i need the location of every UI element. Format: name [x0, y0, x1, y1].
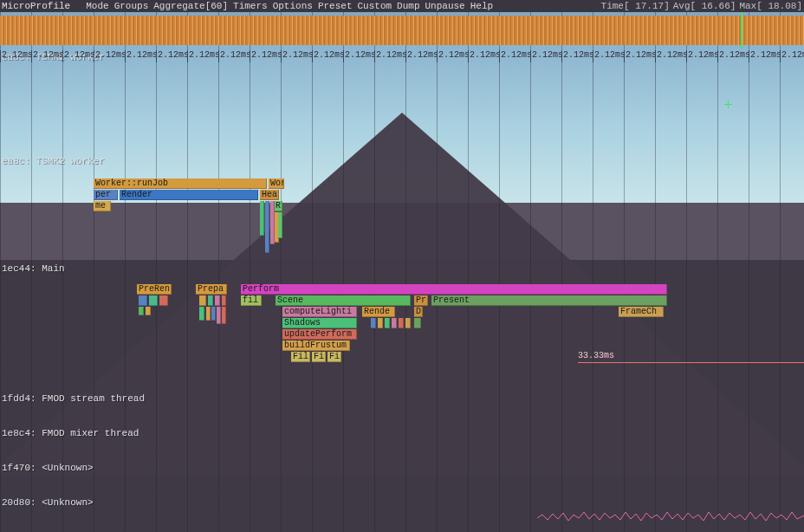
- timer-bar[interactable]: [414, 318, 421, 328]
- time-ruler: 2.12ms2.12ms2.12ms2.12ms2.12ms2.12ms2.12…: [0, 50, 804, 62]
- timer-bar[interactable]: [222, 295, 226, 306]
- menu-item-groups[interactable]: Groups: [114, 1, 149, 11]
- thread-label: ea8c: TSMK2 worker: [2, 156, 105, 166]
- ruler-tick: 2.12ms: [593, 50, 624, 62]
- ruler-tick: 2.12ms: [624, 50, 655, 62]
- timer-bar[interactable]: [278, 212, 282, 238]
- ms-marker-label: 33.33ms: [578, 351, 614, 360]
- ruler-tick: 2.12ms: [94, 50, 125, 62]
- ruler-tick: 2.12ms: [374, 50, 405, 62]
- thread-label: 1ec44: Main: [2, 263, 65, 274]
- ms-marker-line: [578, 362, 804, 363]
- ruler-tick: 2.12ms: [686, 50, 717, 62]
- ruler-tick: 2.12ms: [31, 50, 62, 62]
- ruler-tick: 2.12ms: [717, 50, 749, 62]
- timer-bar[interactable]: [139, 307, 144, 315]
- timer-bar-d[interactable]: D: [414, 307, 423, 317]
- timer-bar-me[interactable]: me: [94, 201, 111, 211]
- timer-bar-scene[interactable]: Scene: [276, 295, 411, 306]
- timer-bar[interactable]: [199, 295, 206, 306]
- timer-bar-fi[interactable]: Fi: [327, 352, 341, 362]
- timer-bar[interactable]: [222, 307, 226, 324]
- timer-bar-r[interactable]: R: [274, 201, 282, 211]
- ruler-tick: 2.12ms: [343, 50, 374, 62]
- timer-bar-framech[interactable]: FrameCh: [619, 307, 664, 317]
- ruler-tick: 2.12ms: [62, 50, 94, 62]
- timer-bar[interactable]: [399, 318, 404, 328]
- app-title: MicroProfile: [2, 1, 70, 11]
- timer-bar[interactable]: [208, 295, 213, 306]
- timer-bar-worker-runjob[interactable]: Worker::runJob: [94, 178, 267, 189]
- timer-bar[interactable]: [215, 295, 220, 306]
- menu-item-aggregate-60-[interactable]: Aggregate[60]: [153, 1, 228, 11]
- timer-bar-computelighti[interactable]: computeLighti: [282, 307, 357, 317]
- thread-label: 1e8c4: FMOD mixer thread: [2, 428, 139, 438]
- timer-bar-pr[interactable]: Pr: [414, 295, 428, 306]
- timer-bar[interactable]: [378, 318, 383, 328]
- stat-time: Time[ 17.17]: [601, 1, 670, 11]
- timer-bar-updateperform[interactable]: updatePerform: [282, 329, 357, 340]
- timer-bar[interactable]: [146, 307, 151, 315]
- thread-label: 20d80: <Unknown>: [2, 497, 94, 508]
- ruler-tick: 2.12ms: [780, 50, 804, 62]
- timer-bar[interactable]: [371, 318, 376, 328]
- timer-bar[interactable]: [211, 307, 216, 321]
- menu-item-custom[interactable]: Custom: [358, 1, 392, 11]
- stat-max: Max[ 18.08]: [739, 1, 802, 11]
- timer-bar[interactable]: [385, 318, 390, 328]
- timer-bar-render[interactable]: Render: [120, 190, 258, 200]
- menu-item-mode[interactable]: Mode: [86, 1, 108, 11]
- timeline-area[interactable]: ea8c: TSMK2 workerea8c: TSMK2 worker1ec4…: [0, 52, 804, 532]
- stat-avg: Avg[ 16.66]: [673, 1, 736, 11]
- menu-item-help[interactable]: Help: [470, 1, 493, 11]
- ruler-tick: 2.12ms: [0, 50, 31, 62]
- ruler-tick: 2.12ms: [437, 50, 468, 62]
- timer-bar[interactable]: [260, 201, 264, 236]
- menu-bar: MicroProfile ModeGroupsAggregate[60]Time…: [0, 0, 804, 12]
- timer-bar[interactable]: [405, 318, 411, 328]
- timer-bar[interactable]: [159, 295, 168, 306]
- menu-item-preset[interactable]: Preset: [318, 1, 353, 11]
- menu-item-timers[interactable]: Timers: [233, 1, 268, 11]
- timer-bar-fil[interactable]: Fil: [291, 352, 310, 362]
- timer-bar-wor[interactable]: Wor: [269, 178, 284, 189]
- timer-bar-fi[interactable]: Fi: [312, 352, 326, 362]
- ruler-tick: 2.12ms: [530, 50, 561, 62]
- timer-bar[interactable]: [206, 307, 211, 321]
- ruler-tick: 2.12ms: [405, 50, 437, 62]
- timer-bar-preren[interactable]: PreRen: [137, 284, 172, 295]
- crosshair-icon: [724, 101, 732, 108]
- timer-bar-buildfrustum[interactable]: buildFrustum: [282, 341, 350, 351]
- timer-bar[interactable]: [265, 201, 269, 253]
- timer-bar[interactable]: [217, 307, 221, 324]
- timer-bar-rende[interactable]: Rende: [362, 307, 395, 317]
- ruler-tick: 2.12ms: [281, 50, 312, 62]
- timer-bar-present[interactable]: Present: [431, 295, 667, 306]
- ruler-tick: 2.12ms: [187, 50, 218, 62]
- menu-item-options[interactable]: Options: [273, 1, 313, 11]
- timer-bar-shadows[interactable]: Shadows: [282, 318, 357, 328]
- thread-label: 1f470: <Unknown>: [2, 463, 94, 473]
- timer-bar[interactable]: [149, 295, 158, 306]
- timer-bar[interactable]: [392, 318, 397, 328]
- menu-item-dump[interactable]: Dump: [397, 1, 419, 11]
- frame-spike: [741, 12, 742, 49]
- overview-flame[interactable]: [0, 16, 804, 45]
- timer-bar-perform[interactable]: Perform: [241, 284, 667, 295]
- ruler-tick: 2.12ms: [468, 50, 499, 62]
- cpu-graph: [537, 503, 804, 529]
- ruler-tick: 2.12ms: [250, 50, 281, 62]
- ruler-tick: 2.12ms: [218, 50, 250, 62]
- ruler-tick: 2.12ms: [125, 50, 156, 62]
- thread-label: 1fdd4: FMOD stream thread: [2, 393, 145, 404]
- menu-item-unpause[interactable]: Unpause: [425, 1, 465, 11]
- timer-bar-fil[interactable]: fil: [241, 295, 262, 306]
- timer-bar[interactable]: [199, 307, 204, 321]
- timer-bar-prepa[interactable]: Prepa: [196, 284, 227, 295]
- ruler-tick: 2.12ms: [561, 50, 593, 62]
- timer-bar-hea[interactable]: Hea: [260, 190, 279, 200]
- timer-bar-per[interactable]: per: [94, 190, 118, 200]
- timer-bar[interactable]: [139, 295, 147, 306]
- ruler-tick: 2.12ms: [156, 50, 187, 62]
- overview-strip[interactable]: 2.12ms2.12ms2.12ms2.12ms2.12ms2.12ms2.12…: [0, 12, 804, 54]
